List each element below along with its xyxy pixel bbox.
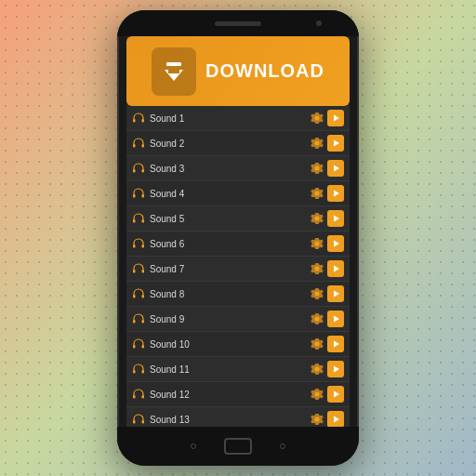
svg-rect-9 [133,219,136,223]
headphone-icon [132,337,145,350]
svg-rect-19 [133,345,136,349]
svg-rect-1 [133,119,136,123]
svg-rect-6 [142,169,145,173]
play-icon [332,214,340,223]
phone-speaker [215,21,261,26]
recents-button[interactable] [280,443,285,449]
download-icon-box [152,47,196,96]
play-icon [332,415,340,424]
svg-rect-8 [142,194,145,198]
settings-icon[interactable] [310,387,324,402]
settings-icon[interactable] [310,337,324,351]
play-button[interactable] [327,135,344,152]
sound-name: Sound 5 [150,214,310,224]
sound-name: Sound 11 [150,364,310,375]
download-banner[interactable]: DOWNLOAD [126,36,350,106]
play-button[interactable] [327,185,344,202]
svg-rect-3 [133,144,136,148]
download-label: DOWNLOAD [205,60,324,82]
phone-bottom-bar [117,427,359,466]
svg-rect-13 [133,270,136,273]
settings-icon[interactable] [310,186,324,201]
play-button[interactable] [327,235,344,252]
play-icon [332,364,340,374]
svg-rect-22 [142,370,145,374]
sound-name: Sound 2 [150,139,310,149]
phone-screen: DOWNLOAD Sound 1 [126,36,350,427]
settings-icon[interactable] [310,211,324,226]
play-button[interactable] [327,411,344,427]
play-button[interactable] [327,386,344,403]
list-item: Sound 5 [126,206,350,231]
list-item: Sound 8 [126,282,350,307]
play-icon [332,314,340,324]
sound-name: Sound 10 [150,339,310,350]
svg-rect-0 [166,62,181,66]
list-item: Sound 10 [126,332,350,357]
back-button[interactable] [191,443,196,449]
sound-name: Sound 12 [150,390,310,400]
headphone-icon [132,287,145,300]
svg-rect-2 [142,119,145,123]
play-button[interactable] [327,361,344,377]
play-icon [332,264,340,273]
svg-rect-5 [133,169,136,173]
settings-icon[interactable] [310,362,324,377]
list-item: Sound 7 [126,257,350,282]
list-item: Sound 12 [126,382,350,407]
phone-camera [316,20,322,26]
play-icon [332,390,340,399]
svg-rect-4 [142,144,145,148]
play-button[interactable] [327,285,344,302]
sound-name: Sound 3 [150,164,310,174]
home-button[interactable] [224,438,252,455]
settings-icon[interactable] [310,111,324,126]
svg-rect-24 [142,395,145,399]
svg-rect-11 [133,245,136,248]
headphone-icon [132,187,145,200]
list-item: Sound 9 [126,307,350,332]
settings-icon[interactable] [310,261,324,276]
headphone-icon [132,413,145,426]
svg-rect-12 [142,245,145,248]
headphone-icon [132,388,145,401]
settings-icon[interactable] [310,161,324,176]
play-button[interactable] [327,260,344,277]
sound-name: Sound 1 [150,113,310,124]
svg-rect-21 [133,370,136,374]
svg-rect-10 [142,219,145,223]
settings-icon[interactable] [310,236,324,251]
play-button[interactable] [327,210,344,227]
play-icon [332,164,340,173]
headphone-icon [132,162,145,175]
list-item: Sound 13 [126,407,350,427]
sound-name: Sound 4 [150,189,310,199]
play-button[interactable] [327,311,344,327]
settings-icon[interactable] [310,286,324,301]
play-button[interactable] [327,160,344,177]
download-icon [159,57,189,86]
svg-rect-7 [133,194,136,198]
play-button[interactable] [327,336,344,352]
sound-list: Sound 1 Sound 2 [126,106,350,427]
play-button[interactable] [327,110,344,126]
svg-rect-14 [142,270,145,273]
settings-icon[interactable] [310,136,324,151]
settings-icon[interactable] [310,311,324,326]
list-item: Sound 6 [126,231,350,257]
headphone-icon [132,262,145,275]
settings-icon[interactable] [310,412,324,427]
svg-rect-25 [133,420,136,424]
play-icon [332,139,340,148]
sound-name: Sound 6 [150,239,310,249]
play-icon [332,339,340,349]
list-item: Sound 11 [126,357,350,382]
list-item: Sound 1 [126,106,350,131]
list-item: Sound 4 [126,181,350,206]
svg-rect-26 [142,420,145,424]
sound-name: Sound 7 [150,264,310,274]
sound-name: Sound 9 [150,314,310,324]
list-item: Sound 3 [126,156,350,181]
list-item: Sound 2 [126,131,350,156]
play-icon [332,239,340,248]
